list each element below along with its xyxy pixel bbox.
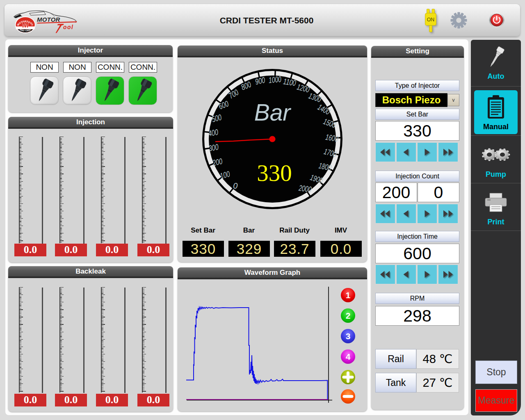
- svg-text:MOTOR: MOTOR: [37, 16, 60, 23]
- svg-text:300: 300: [208, 142, 219, 153]
- svg-text:1100: 1100: [283, 77, 297, 87]
- svg-text:ool: ool: [63, 24, 74, 30]
- svg-text:M: M: [22, 21, 29, 29]
- svg-text:330: 330: [257, 160, 292, 186]
- svg-text:ON: ON: [427, 17, 435, 23]
- svg-text:2000: 2000: [298, 183, 312, 194]
- svg-text:0: 0: [233, 181, 237, 190]
- svg-text:400: 400: [208, 128, 219, 138]
- svg-text:Bar: Bar: [254, 99, 292, 126]
- svg-text:1000: 1000: [268, 75, 282, 85]
